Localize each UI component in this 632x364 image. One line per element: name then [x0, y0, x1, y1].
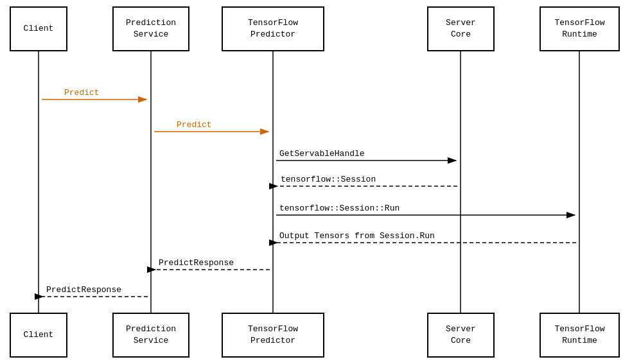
server-core-top-label: ServerCore	[446, 17, 476, 40]
tensorflow-predictor-bottom-label: TensorFlow Predictor	[223, 324, 323, 347]
server-core-top-box: ServerCore	[427, 6, 495, 51]
prediction-service-top-box: PredictionService	[112, 6, 189, 51]
tensorflow-runtime-bottom-label: TensorFlowRuntime	[554, 324, 604, 347]
svg-text:PredictResponse: PredictResponse	[46, 285, 121, 295]
prediction-service-top-label: PredictionService	[126, 17, 176, 40]
svg-text:Predict: Predict	[177, 120, 212, 130]
sequence-diagram: Predict Predict GetServableHandle tensor…	[0, 0, 632, 364]
tensorflow-runtime-bottom-box: TensorFlowRuntime	[540, 313, 620, 358]
server-core-bottom-label: ServerCore	[446, 324, 476, 347]
client-bottom-box: Client	[10, 313, 67, 358]
prediction-service-bottom-box: PredictionService	[112, 313, 189, 358]
svg-text:Output Tensors from Session.Ru: Output Tensors from Session.Run	[279, 231, 435, 241]
tensorflow-predictor-top-label: TensorFlow Predictor	[223, 17, 323, 40]
svg-text:PredictResponse: PredictResponse	[159, 258, 234, 268]
tensorflow-predictor-bottom-box: TensorFlow Predictor	[222, 313, 324, 358]
svg-text:tensorflow::Session: tensorflow::Session	[281, 175, 376, 184]
server-core-bottom-box: ServerCore	[427, 313, 495, 358]
tensorflow-predictor-top-box: TensorFlow Predictor	[222, 6, 324, 51]
svg-text:tensorflow::Session::Run: tensorflow::Session::Run	[279, 204, 399, 213]
client-bottom-label: Client	[24, 329, 54, 341]
svg-text:Predict: Predict	[64, 88, 100, 98]
prediction-service-bottom-label: PredictionService	[126, 324, 176, 347]
arrows-svg: Predict Predict GetServableHandle tensor…	[0, 0, 632, 364]
tensorflow-runtime-top-box: TensorFlowRuntime	[540, 6, 620, 51]
tensorflow-runtime-top-label: TensorFlowRuntime	[554, 17, 604, 40]
client-top-box: Client	[10, 6, 67, 51]
svg-text:GetServableHandle: GetServableHandle	[279, 149, 365, 159]
client-top-label: Client	[24, 23, 54, 35]
